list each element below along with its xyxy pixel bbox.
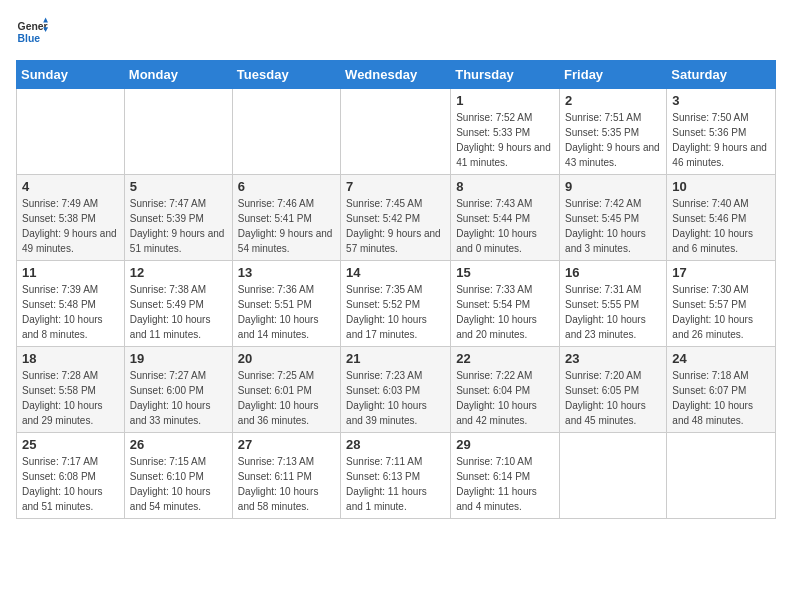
day-number: 2 [565, 93, 661, 108]
day-info: Sunrise: 7:13 AMSunset: 6:11 PMDaylight:… [238, 454, 335, 514]
day-number: 19 [130, 351, 227, 366]
day-cell: 12Sunrise: 7:38 AMSunset: 5:49 PMDayligh… [124, 261, 232, 347]
day-info: Sunrise: 7:38 AMSunset: 5:49 PMDaylight:… [130, 282, 227, 342]
day-cell [341, 89, 451, 175]
day-cell: 13Sunrise: 7:36 AMSunset: 5:51 PMDayligh… [232, 261, 340, 347]
day-info: Sunrise: 7:42 AMSunset: 5:45 PMDaylight:… [565, 196, 661, 256]
day-cell: 29Sunrise: 7:10 AMSunset: 6:14 PMDayligh… [451, 433, 560, 519]
week-row-3: 11Sunrise: 7:39 AMSunset: 5:48 PMDayligh… [17, 261, 776, 347]
col-header-friday: Friday [560, 61, 667, 89]
day-info: Sunrise: 7:40 AMSunset: 5:46 PMDaylight:… [672, 196, 770, 256]
logo-icon: General Blue [16, 16, 48, 48]
calendar-table: SundayMondayTuesdayWednesdayThursdayFrid… [16, 60, 776, 519]
day-info: Sunrise: 7:17 AMSunset: 6:08 PMDaylight:… [22, 454, 119, 514]
col-header-saturday: Saturday [667, 61, 776, 89]
day-info: Sunrise: 7:22 AMSunset: 6:04 PMDaylight:… [456, 368, 554, 428]
day-number: 6 [238, 179, 335, 194]
day-cell: 10Sunrise: 7:40 AMSunset: 5:46 PMDayligh… [667, 175, 776, 261]
day-cell: 27Sunrise: 7:13 AMSunset: 6:11 PMDayligh… [232, 433, 340, 519]
day-number: 7 [346, 179, 445, 194]
day-cell: 8Sunrise: 7:43 AMSunset: 5:44 PMDaylight… [451, 175, 560, 261]
day-number: 27 [238, 437, 335, 452]
day-info: Sunrise: 7:28 AMSunset: 5:58 PMDaylight:… [22, 368, 119, 428]
day-number: 21 [346, 351, 445, 366]
day-info: Sunrise: 7:43 AMSunset: 5:44 PMDaylight:… [456, 196, 554, 256]
day-number: 8 [456, 179, 554, 194]
day-number: 20 [238, 351, 335, 366]
day-info: Sunrise: 7:39 AMSunset: 5:48 PMDaylight:… [22, 282, 119, 342]
day-number: 10 [672, 179, 770, 194]
day-number: 3 [672, 93, 770, 108]
day-number: 12 [130, 265, 227, 280]
col-header-sunday: Sunday [17, 61, 125, 89]
col-header-monday: Monday [124, 61, 232, 89]
day-number: 1 [456, 93, 554, 108]
day-info: Sunrise: 7:46 AMSunset: 5:41 PMDaylight:… [238, 196, 335, 256]
day-info: Sunrise: 7:23 AMSunset: 6:03 PMDaylight:… [346, 368, 445, 428]
header-row: SundayMondayTuesdayWednesdayThursdayFrid… [17, 61, 776, 89]
day-cell: 1Sunrise: 7:52 AMSunset: 5:33 PMDaylight… [451, 89, 560, 175]
day-number: 16 [565, 265, 661, 280]
day-info: Sunrise: 7:50 AMSunset: 5:36 PMDaylight:… [672, 110, 770, 170]
day-info: Sunrise: 7:31 AMSunset: 5:55 PMDaylight:… [565, 282, 661, 342]
day-number: 11 [22, 265, 119, 280]
day-cell: 16Sunrise: 7:31 AMSunset: 5:55 PMDayligh… [560, 261, 667, 347]
day-cell: 17Sunrise: 7:30 AMSunset: 5:57 PMDayligh… [667, 261, 776, 347]
day-cell: 11Sunrise: 7:39 AMSunset: 5:48 PMDayligh… [17, 261, 125, 347]
day-cell: 15Sunrise: 7:33 AMSunset: 5:54 PMDayligh… [451, 261, 560, 347]
logo: General Blue [16, 16, 48, 48]
day-number: 5 [130, 179, 227, 194]
day-cell: 23Sunrise: 7:20 AMSunset: 6:05 PMDayligh… [560, 347, 667, 433]
col-header-tuesday: Tuesday [232, 61, 340, 89]
day-info: Sunrise: 7:11 AMSunset: 6:13 PMDaylight:… [346, 454, 445, 514]
day-info: Sunrise: 7:10 AMSunset: 6:14 PMDaylight:… [456, 454, 554, 514]
day-cell: 2Sunrise: 7:51 AMSunset: 5:35 PMDaylight… [560, 89, 667, 175]
day-info: Sunrise: 7:51 AMSunset: 5:35 PMDaylight:… [565, 110, 661, 170]
day-cell: 6Sunrise: 7:46 AMSunset: 5:41 PMDaylight… [232, 175, 340, 261]
week-row-4: 18Sunrise: 7:28 AMSunset: 5:58 PMDayligh… [17, 347, 776, 433]
day-info: Sunrise: 7:33 AMSunset: 5:54 PMDaylight:… [456, 282, 554, 342]
day-cell [667, 433, 776, 519]
day-cell: 5Sunrise: 7:47 AMSunset: 5:39 PMDaylight… [124, 175, 232, 261]
day-number: 18 [22, 351, 119, 366]
day-cell [560, 433, 667, 519]
day-info: Sunrise: 7:45 AMSunset: 5:42 PMDaylight:… [346, 196, 445, 256]
day-number: 17 [672, 265, 770, 280]
day-cell: 22Sunrise: 7:22 AMSunset: 6:04 PMDayligh… [451, 347, 560, 433]
day-number: 23 [565, 351, 661, 366]
day-number: 29 [456, 437, 554, 452]
col-header-thursday: Thursday [451, 61, 560, 89]
day-number: 4 [22, 179, 119, 194]
day-number: 13 [238, 265, 335, 280]
day-info: Sunrise: 7:20 AMSunset: 6:05 PMDaylight:… [565, 368, 661, 428]
col-header-wednesday: Wednesday [341, 61, 451, 89]
day-number: 14 [346, 265, 445, 280]
day-cell: 19Sunrise: 7:27 AMSunset: 6:00 PMDayligh… [124, 347, 232, 433]
day-info: Sunrise: 7:36 AMSunset: 5:51 PMDaylight:… [238, 282, 335, 342]
day-info: Sunrise: 7:15 AMSunset: 6:10 PMDaylight:… [130, 454, 227, 514]
day-info: Sunrise: 7:30 AMSunset: 5:57 PMDaylight:… [672, 282, 770, 342]
week-row-2: 4Sunrise: 7:49 AMSunset: 5:38 PMDaylight… [17, 175, 776, 261]
day-number: 24 [672, 351, 770, 366]
day-cell: 9Sunrise: 7:42 AMSunset: 5:45 PMDaylight… [560, 175, 667, 261]
week-row-5: 25Sunrise: 7:17 AMSunset: 6:08 PMDayligh… [17, 433, 776, 519]
day-cell: 24Sunrise: 7:18 AMSunset: 6:07 PMDayligh… [667, 347, 776, 433]
svg-text:Blue: Blue [18, 33, 41, 44]
day-cell: 26Sunrise: 7:15 AMSunset: 6:10 PMDayligh… [124, 433, 232, 519]
day-cell: 14Sunrise: 7:35 AMSunset: 5:52 PMDayligh… [341, 261, 451, 347]
day-cell: 28Sunrise: 7:11 AMSunset: 6:13 PMDayligh… [341, 433, 451, 519]
day-info: Sunrise: 7:27 AMSunset: 6:00 PMDaylight:… [130, 368, 227, 428]
svg-text:General: General [18, 21, 48, 32]
day-info: Sunrise: 7:18 AMSunset: 6:07 PMDaylight:… [672, 368, 770, 428]
week-row-1: 1Sunrise: 7:52 AMSunset: 5:33 PMDaylight… [17, 89, 776, 175]
day-cell: 25Sunrise: 7:17 AMSunset: 6:08 PMDayligh… [17, 433, 125, 519]
day-info: Sunrise: 7:49 AMSunset: 5:38 PMDaylight:… [22, 196, 119, 256]
day-number: 15 [456, 265, 554, 280]
day-info: Sunrise: 7:25 AMSunset: 6:01 PMDaylight:… [238, 368, 335, 428]
day-number: 25 [22, 437, 119, 452]
day-number: 28 [346, 437, 445, 452]
day-cell: 7Sunrise: 7:45 AMSunset: 5:42 PMDaylight… [341, 175, 451, 261]
day-cell: 18Sunrise: 7:28 AMSunset: 5:58 PMDayligh… [17, 347, 125, 433]
day-cell: 21Sunrise: 7:23 AMSunset: 6:03 PMDayligh… [341, 347, 451, 433]
day-info: Sunrise: 7:47 AMSunset: 5:39 PMDaylight:… [130, 196, 227, 256]
